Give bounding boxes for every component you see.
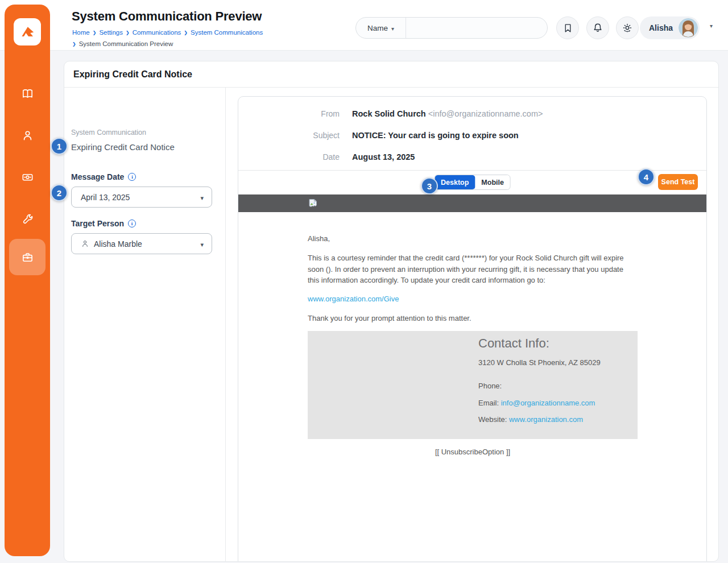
breadcrumb-link-settings[interactable]: Settings <box>99 29 123 36</box>
search-bar: Name <box>355 17 548 39</box>
sidebar-item-library[interactable] <box>9 75 46 111</box>
chevron-down-icon <box>200 239 204 249</box>
main-panel: Expiring Credit Card Notice System Commu… <box>64 61 719 562</box>
sidebar-item-work[interactable] <box>9 239 46 275</box>
email-greeting: Alisha, <box>308 233 330 245</box>
book-icon <box>21 87 34 100</box>
panel-header: Expiring Credit Card Notice <box>64 61 718 88</box>
target-person-value: Alisha Marble <box>94 239 142 249</box>
email-paragraph: This is a courtesy reminder that the cre… <box>308 252 633 286</box>
email-closing: Thank you for your prompt attention to t… <box>308 313 471 324</box>
top-header: System Communication Preview HomeSetting… <box>0 0 728 51</box>
contact-address: 3120 W Cholla St Phoenix, AZ 85029 <box>478 357 601 369</box>
from-value: Rock Solid Church <info@organizationname… <box>352 109 543 118</box>
settings-column: System Communication Expiring Credit Car… <box>64 88 226 561</box>
user-menu[interactable]: Alisha <box>640 16 700 39</box>
chevron-right-icon <box>72 42 76 47</box>
date-row: Date August 13, 2025 <box>238 146 706 168</box>
system-communication-value: Expiring Credit Card Notice <box>71 142 175 152</box>
search-input[interactable] <box>406 18 547 38</box>
contact-email-link[interactable]: info@organizationname.com <box>501 399 595 407</box>
bookmarks-button[interactable] <box>556 16 579 39</box>
chevron-down-icon <box>200 193 204 202</box>
breadcrumb-link-home[interactable]: Home <box>72 29 90 36</box>
desktop-toggle-button[interactable]: Desktop <box>435 175 475 189</box>
contact-phone: Phone: <box>478 380 601 392</box>
give-link[interactable]: www.organization.com/Give <box>308 293 399 305</box>
breadcrumb-current: System Communication Preview <box>79 40 173 47</box>
sidebar-item-admin-tools[interactable] <box>9 201 46 238</box>
search-filter-dropdown[interactable]: Name <box>356 18 406 38</box>
send-test-button[interactable]: Send Test <box>658 174 698 190</box>
briefcase-icon <box>21 251 34 264</box>
user-name: Alisha <box>649 23 673 32</box>
chevron-right-icon <box>184 30 188 35</box>
callout-badge-3: 3 <box>421 177 438 194</box>
message-date-select[interactable]: April 13, 2025 <box>71 187 212 208</box>
message-date-value: April 13, 2025 <box>81 193 130 202</box>
bookmark-icon <box>563 23 573 33</box>
system-communication-label: System Communication <box>71 129 146 136</box>
sidebar-item-people[interactable] <box>9 117 46 154</box>
callout-badge-2: 2 <box>51 184 68 201</box>
sunrise-icon <box>622 23 632 33</box>
bill-icon <box>21 171 34 184</box>
breadcrumb-link-communications[interactable]: Communications <box>133 29 181 36</box>
breadcrumb: HomeSettingsCommunicationsSystem Communi… <box>72 27 263 50</box>
chevron-right-icon <box>126 30 130 35</box>
sidebar <box>5 5 50 556</box>
target-person-select[interactable]: Alisha Marble <box>71 233 212 254</box>
callout-badge-4: 4 <box>638 168 655 185</box>
subject-label: Subject <box>238 131 340 140</box>
subject-value: NOTICE: Your card is going to expire soo… <box>352 131 519 140</box>
date-label: Date <box>238 152 340 162</box>
date-value: August 13, 2025 <box>352 152 415 162</box>
theme-button[interactable] <box>616 16 639 39</box>
user-menu-chevron-icon[interactable] <box>710 23 713 29</box>
sidebar-item-finance[interactable] <box>9 159 46 195</box>
callout-badge-1: 1 <box>51 138 68 155</box>
contact-website-link[interactable]: www.organization.com <box>509 415 583 424</box>
avatar <box>679 18 698 38</box>
contact-info-box: Contact Info: 3120 W Cholla St Phoenix, … <box>308 331 638 439</box>
person-icon <box>81 239 89 248</box>
info-icon[interactable] <box>128 220 136 227</box>
contact-website-line: Website: www.organization.com <box>478 414 601 425</box>
broken-image-icon <box>308 198 318 208</box>
divider <box>238 170 706 171</box>
info-icon[interactable] <box>128 173 136 181</box>
message-date-label: Message Date <box>71 172 136 181</box>
breadcrumb-link-system-communications[interactable]: System Communications <box>191 29 263 36</box>
bell-icon <box>593 23 603 33</box>
rock-logo-icon <box>18 23 36 41</box>
unsubscribe-option: [[ UnsubscribeOption ]] <box>308 446 638 458</box>
panel-title: Expiring Credit Card Notice <box>73 69 192 80</box>
from-email: <info@organizationname.com> <box>428 109 543 118</box>
search-filter-label: Name <box>367 24 388 32</box>
email-preview-card: From Rock Solid Church <info@organizatio… <box>238 96 707 562</box>
subject-row: Subject NOTICE: Your card is going to ex… <box>238 125 706 146</box>
chevron-right-icon <box>93 30 97 35</box>
page: System Communication Preview HomeSetting… <box>0 0 728 563</box>
contact-email-line: Email: info@organizationname.com <box>478 398 601 409</box>
wrench-icon <box>21 213 34 226</box>
mobile-toggle-button[interactable]: Mobile <box>475 175 510 189</box>
person-icon <box>21 129 34 142</box>
chevron-down-icon <box>391 24 394 32</box>
target-person-label: Target Person <box>71 219 136 228</box>
page-title: System Communication Preview <box>72 9 262 24</box>
from-row: From Rock Solid Church <info@organizatio… <box>238 103 706 125</box>
from-label: From <box>238 109 340 118</box>
notifications-button[interactable] <box>586 16 609 39</box>
email-header-band <box>238 194 706 212</box>
rock-logo[interactable] <box>14 18 41 45</box>
contact-info-heading: Contact Info: <box>478 338 601 349</box>
device-toggle: Desktop Mobile <box>434 175 511 190</box>
